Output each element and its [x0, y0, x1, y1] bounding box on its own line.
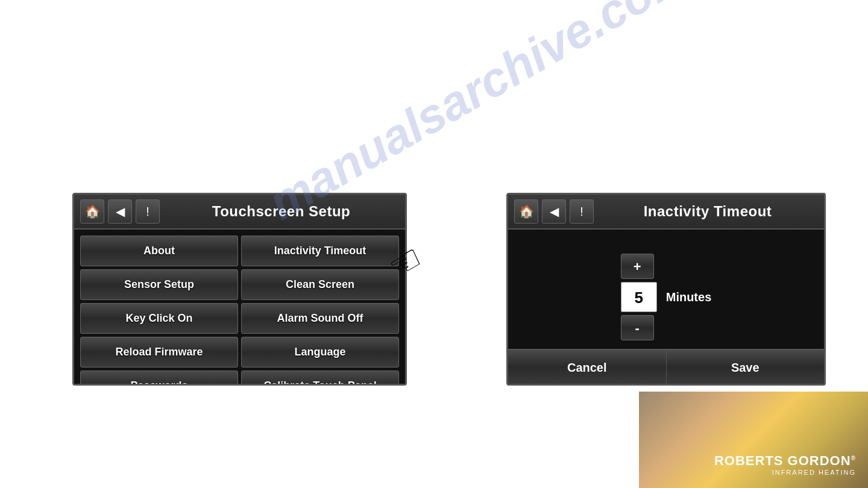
- menu-clean-screen[interactable]: Clean Screen: [241, 269, 399, 300]
- menu-reload-firmware[interactable]: Reload Firmware: [80, 337, 238, 368]
- menu-key-click[interactable]: Key Click On: [80, 303, 238, 334]
- screen2-footer: Cancel Save: [508, 349, 824, 384]
- brand-name: ROBERTS GORDON®: [714, 453, 856, 469]
- stepper-column: + 5 -: [621, 254, 657, 340]
- screen1-home-icon[interactable]: 🏠: [80, 199, 104, 224]
- timeout-controls: + 5 - Minutes: [621, 254, 712, 340]
- screen2-back-icon[interactable]: ◀: [542, 199, 566, 224]
- brand-logo: ROBERTS GORDON® INFRARED HEATING: [714, 453, 856, 476]
- menu-calibrate[interactable]: Calibrate Touch Panel: [241, 371, 399, 386]
- menu-language[interactable]: Language: [241, 337, 399, 368]
- screen1-back-icon[interactable]: ◀: [108, 199, 132, 224]
- minutes-label: Minutes: [666, 290, 712, 304]
- save-button[interactable]: Save: [667, 350, 825, 384]
- screen2-header: 🏠 ◀ ! Inactivity Timeout: [508, 195, 824, 230]
- menu-passwords[interactable]: Passwords: [80, 371, 238, 386]
- decrement-button[interactable]: -: [621, 315, 654, 340]
- screen2-title: Inactivity Timeout: [597, 203, 818, 220]
- menu-grid: About Inactivity Timeout Sensor Setup Cl…: [74, 230, 405, 386]
- timeout-content: + 5 - Minutes: [508, 230, 824, 349]
- screens-container: 🏠 ◀ ! Touchscreen Setup About Inactivity…: [72, 193, 826, 386]
- screen2-home-icon[interactable]: 🏠: [514, 199, 538, 224]
- value-display: 5: [621, 282, 657, 312]
- screen1-title: Touchscreen Setup: [163, 203, 399, 220]
- screen2-alert-icon[interactable]: !: [570, 199, 594, 224]
- touchscreen-setup-screen: 🏠 ◀ ! Touchscreen Setup About Inactivity…: [72, 193, 407, 386]
- menu-sensor-setup[interactable]: Sensor Setup: [80, 269, 238, 300]
- screen1-header: 🏠 ◀ ! Touchscreen Setup: [74, 195, 405, 230]
- menu-about[interactable]: About: [80, 236, 238, 266]
- brand-name-text: ROBERTS GORDON: [714, 453, 851, 468]
- menu-alarm-sound[interactable]: Alarm Sound Off: [241, 303, 399, 334]
- screen1-alert-icon[interactable]: !: [136, 199, 160, 224]
- brand-reg-symbol: ®: [851, 455, 856, 461]
- brand-area: ROBERTS GORDON® INFRARED HEATING: [639, 392, 868, 488]
- inactivity-timeout-screen: 🏠 ◀ ! Inactivity Timeout + 5 - Minutes C…: [506, 193, 826, 386]
- menu-inactivity-timeout[interactable]: Inactivity Timeout: [241, 236, 399, 266]
- brand-subtitle: INFRARED HEATING: [714, 469, 856, 476]
- increment-button[interactable]: +: [621, 254, 654, 279]
- cancel-button[interactable]: Cancel: [508, 350, 667, 384]
